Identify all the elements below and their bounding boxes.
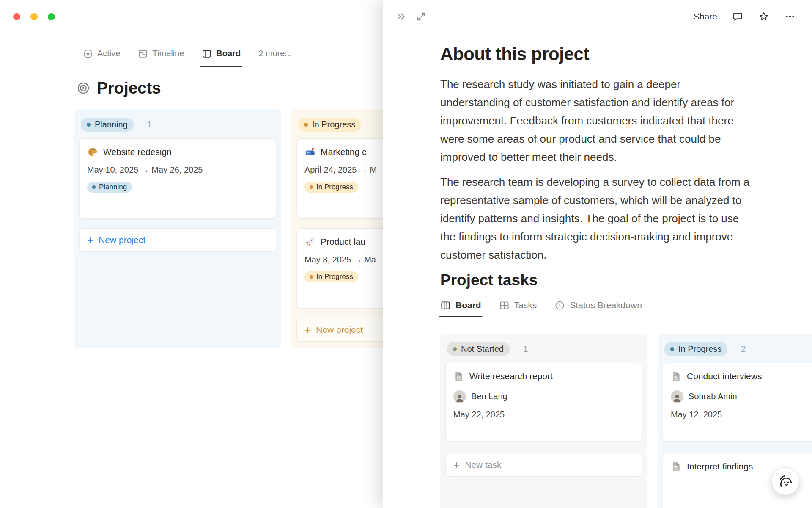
card-title: Interpret findings: [687, 461, 753, 472]
window-controls: [13, 13, 55, 20]
tasks-board: Not Started 1 Write research report Ben …: [440, 334, 812, 508]
task-card-write-research-report[interactable]: Write research report Ben Lang May 22, 2…: [445, 363, 642, 442]
status-tag-label: In Progress: [316, 273, 353, 281]
task-card-conduct-interviews[interactable]: Conduct interviews Sohrab Amin May 12, 2…: [663, 363, 812, 442]
page-title: Projects: [97, 79, 161, 97]
share-button[interactable]: Share: [694, 11, 717, 22]
about-paragraph-1: The research study was initiated to gain…: [440, 75, 751, 166]
panel-toolbar: Share: [383, 0, 812, 33]
comments-button[interactable]: [732, 11, 743, 22]
tab-label: Board: [455, 300, 481, 310]
rocket-emoji-icon: [304, 236, 315, 247]
ai-face-icon: [777, 473, 793, 489]
group-pill-planning[interactable]: Planning: [81, 118, 134, 132]
card-title: Write research report: [469, 371, 553, 381]
section-title-about: About this project: [440, 44, 751, 64]
card-title-row: Website redesign: [87, 146, 268, 157]
tab-tasks-table[interactable]: Tasks: [499, 300, 537, 317]
due-date: May 12, 2025: [671, 410, 812, 420]
column-header: In Progress 2: [663, 342, 812, 356]
tab-label: 2 more...: [258, 49, 292, 58]
notion-ai-button[interactable]: [771, 467, 799, 495]
new-project-button[interactable]: + New project: [79, 228, 276, 252]
close-window-button[interactable]: [13, 13, 20, 20]
avatar: [671, 390, 683, 403]
card-list: Write research report Ben Lang May 22, 2…: [445, 363, 642, 477]
status-dot-icon: [453, 347, 457, 351]
status-tag: In Progress: [304, 182, 358, 193]
person-icon: [455, 393, 465, 403]
panel-content: About this project The research study wa…: [383, 33, 812, 318]
new-project-label: New project: [99, 235, 145, 245]
group-count: 1: [523, 344, 528, 354]
view-tabs: Active Timeline Board 2 more...: [71, 40, 367, 67]
target-icon: [77, 81, 90, 95]
group-name: In Progress: [312, 120, 355, 130]
zoom-window-button[interactable]: [48, 13, 55, 20]
tab-timeline-view[interactable]: Timeline: [138, 40, 184, 67]
close-peek-button[interactable]: [395, 11, 407, 22]
side-peek-panel: Share About this project The research st…: [383, 0, 812, 508]
status-dot-icon: [92, 185, 96, 189]
tab-label: Status Breakdown: [570, 300, 642, 310]
tab-tasks-board[interactable]: Board: [440, 300, 481, 317]
minimize-window-button[interactable]: [30, 13, 38, 20]
star-circle-icon: [83, 49, 93, 59]
tasks-view-tabs: Board Tasks Status Breakdown: [440, 300, 751, 318]
status-tag-label: In Progress: [316, 183, 353, 191]
due-date: May 22, 2025: [453, 410, 634, 420]
card-dates: May 10, 2025 → May 26, 2025: [87, 165, 268, 175]
status-dot-icon: [670, 347, 674, 351]
double-chevron-right-icon: [395, 11, 406, 22]
tab-status-breakdown[interactable]: Status Breakdown: [554, 300, 642, 317]
clock-icon: [554, 300, 565, 311]
group-name: Planning: [95, 120, 128, 130]
group-count: 1: [147, 120, 152, 130]
more-options-button[interactable]: [784, 11, 796, 22]
tab-active-view[interactable]: Active: [83, 40, 120, 67]
card-title-row: Write research report: [453, 371, 634, 382]
favorite-star-icon: [758, 11, 769, 22]
tab-label: Board: [216, 49, 241, 58]
new-project-label: New project: [316, 325, 363, 335]
page-icon: [671, 461, 682, 472]
open-full-page-button[interactable]: [415, 11, 427, 22]
section-title-project-tasks: Project tasks: [440, 271, 751, 290]
card-title: Product lau: [321, 237, 365, 247]
new-task-button[interactable]: + New task: [445, 453, 642, 477]
tab-label: Active: [97, 49, 120, 58]
tasks-column-not-started: Not Started 1 Write research report Ben …: [440, 334, 647, 508]
tab-label: Tasks: [514, 300, 537, 310]
person-icon: [672, 393, 682, 403]
card-title: Website redesign: [103, 147, 172, 157]
board-icon: [440, 300, 451, 311]
tab-more-views[interactable]: 2 more...: [258, 40, 292, 67]
timeline-icon: [138, 49, 148, 59]
toolbar-right-group: Share: [694, 11, 796, 22]
group-pill-in-progress[interactable]: In Progress: [664, 342, 727, 356]
status-dot-icon: [310, 275, 313, 279]
status-dot-icon: [304, 123, 308, 127]
card-title-row: Conduct interviews: [671, 371, 812, 382]
group-count: 2: [741, 344, 746, 354]
plus-icon: +: [304, 326, 311, 334]
palette-emoji-icon: [87, 146, 98, 157]
toolbar-left-group: [395, 11, 427, 22]
assignee-row: Ben Lang: [453, 390, 634, 403]
card-title: Conduct interviews: [687, 371, 762, 381]
plus-icon: +: [87, 236, 93, 244]
board-column-planning: Planning 1 Website redesign May 10, 2025…: [74, 109, 281, 348]
expand-icon: [416, 11, 427, 22]
board-icon: [202, 49, 212, 59]
card-list: Website redesign May 10, 2025 → May 26, …: [79, 138, 276, 252]
more-ellipsis-icon: [785, 11, 796, 22]
group-pill-not-started[interactable]: Not Started: [447, 342, 510, 356]
column-header: Planning 1: [79, 118, 276, 132]
group-pill-in-progress[interactable]: In Progress: [298, 118, 361, 132]
table-icon: [499, 300, 510, 311]
status-dot-icon: [310, 185, 313, 189]
tab-board-view[interactable]: Board: [202, 40, 241, 67]
project-card-website-redesign[interactable]: Website redesign May 10, 2025 → May 26, …: [79, 138, 276, 219]
group-name: Not Started: [461, 344, 504, 354]
favorite-button[interactable]: [758, 11, 770, 22]
